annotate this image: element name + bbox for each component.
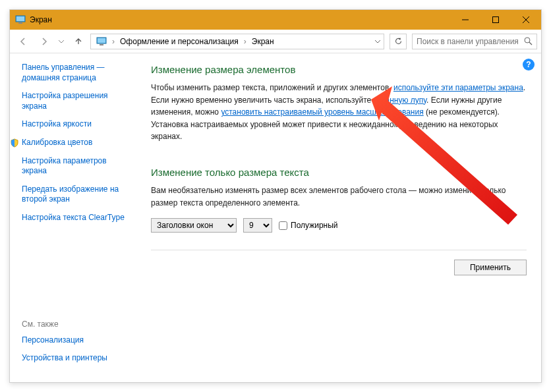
- chevron-down-icon[interactable]: [374, 38, 381, 45]
- window-title: Экран: [30, 15, 450, 24]
- monitor-icon: [15, 14, 26, 25]
- sidebar-link[interactable]: Настройка параметров экрана: [22, 156, 134, 177]
- sidebar: Панель управления — домашняя страница На…: [10, 53, 142, 382]
- custom-scaling-link[interactable]: установить настраиваемый уровень масштаб…: [221, 107, 423, 117]
- breadcrumb-item[interactable]: Экран: [249, 37, 277, 46]
- size-select[interactable]: 9: [243, 218, 272, 233]
- chevron-right-icon[interactable]: ›: [109, 37, 117, 46]
- svg-line-11: [529, 42, 532, 45]
- bold-checkbox[interactable]: [279, 221, 287, 230]
- sidebar-link[interactable]: Настройка яркости: [22, 119, 134, 130]
- help-icon[interactable]: ?: [523, 59, 535, 70]
- window-frame: Экран › Оформление и персонализация › Эк…: [9, 9, 542, 383]
- see-also-link[interactable]: Персонализация: [22, 335, 140, 346]
- monitor-icon: [96, 36, 107, 47]
- svg-rect-8: [98, 38, 105, 43]
- maximize-button[interactable]: [480, 10, 511, 30]
- see-also: См. также Персонализация Устройства и пр…: [22, 320, 140, 372]
- search-box[interactable]: [412, 34, 537, 49]
- section-heading: Изменение размера элементов: [151, 64, 527, 75]
- address-bar[interactable]: › Оформление и персонализация › Экран: [90, 34, 384, 49]
- breadcrumb-item[interactable]: Оформление и персонализация: [117, 37, 241, 46]
- svg-rect-2: [18, 22, 22, 24]
- main-content: ? Изменение размера элементов Чтобы изме…: [142, 53, 541, 382]
- sidebar-link[interactable]: Настройка разрешения экрана: [22, 91, 134, 111]
- bold-checkbox-label[interactable]: Полужирный: [279, 221, 338, 230]
- refresh-button[interactable]: [390, 34, 407, 49]
- sidebar-link[interactable]: Настройка текста ClearType: [22, 213, 134, 223]
- svg-rect-9: [100, 44, 103, 45]
- recent-dropdown[interactable]: [56, 32, 67, 51]
- chevron-right-icon[interactable]: ›: [241, 37, 249, 46]
- forward-button[interactable]: [35, 32, 53, 51]
- element-select[interactable]: Заголовки окон: [151, 218, 237, 233]
- see-also-link[interactable]: Устройства и принтеры: [22, 353, 140, 364]
- nav-toolbar: › Оформление и персонализация › Экран: [10, 30, 541, 53]
- search-input[interactable]: [417, 37, 524, 46]
- display-settings-link[interactable]: используйте эти параметры экрана: [393, 83, 523, 92]
- apply-button[interactable]: Применить: [454, 260, 527, 275]
- close-button[interactable]: [511, 10, 541, 30]
- shield-icon: [10, 138, 19, 148]
- section-heading: Изменение только размера текста: [151, 167, 527, 178]
- minimize-button[interactable]: [450, 10, 480, 30]
- up-button[interactable]: [69, 32, 88, 51]
- search-icon: [524, 37, 533, 45]
- section-paragraph: Чтобы изменить размер текста, приложений…: [151, 82, 527, 143]
- magnifier-link[interactable]: экранную лупу: [374, 96, 427, 105]
- svg-point-10: [525, 38, 530, 43]
- section-paragraph: Вам необязательно изменять размер всех э…: [151, 184, 527, 209]
- see-also-heading: См. также: [22, 320, 140, 329]
- svg-rect-1: [16, 16, 24, 21]
- svg-rect-4: [493, 17, 499, 23]
- sidebar-link-colors[interactable]: Калибровка цветов: [10, 138, 134, 148]
- divider: [151, 250, 527, 250]
- control-panel-home-link[interactable]: Панель управления — домашняя страница: [22, 63, 134, 83]
- title-bar: Экран: [10, 10, 541, 30]
- back-button[interactable]: [14, 32, 32, 51]
- sidebar-link[interactable]: Передать изображение на второй экран: [22, 184, 134, 205]
